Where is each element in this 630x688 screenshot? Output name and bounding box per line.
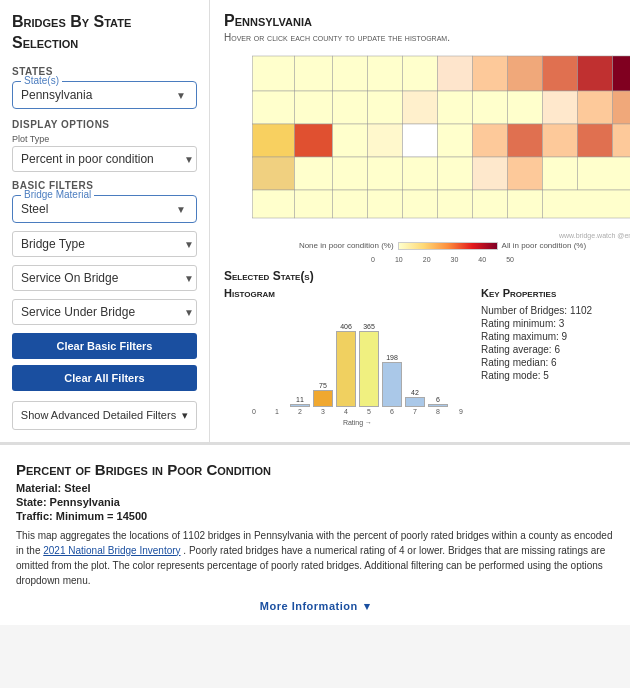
- bar-group-1[interactable]: 1: [267, 323, 287, 415]
- county[interactable]: [403, 124, 438, 157]
- bar-group-7[interactable]: 427: [405, 323, 425, 415]
- bar-rect: [290, 404, 310, 407]
- legend-gradient-bar: [398, 242, 498, 250]
- plot-type-select[interactable]: Percent in poor condition Count in poor …: [21, 152, 188, 166]
- county[interactable]: [368, 56, 403, 91]
- county[interactable]: [508, 124, 543, 157]
- county[interactable]: [333, 124, 368, 157]
- county[interactable]: [578, 56, 613, 91]
- service-on-bridge-wrapper[interactable]: Service On Bridge ▼: [12, 265, 197, 291]
- county[interactable]: [473, 157, 508, 190]
- county[interactable]: [368, 91, 403, 124]
- county[interactable]: [508, 190, 543, 218]
- bridge-type-wrapper[interactable]: Bridge Type ▼: [12, 231, 197, 257]
- pennsylvania-map[interactable]: [224, 51, 630, 226]
- map-legend: None in poor condition (%) All in poor c…: [224, 241, 630, 250]
- county[interactable]: [438, 91, 473, 124]
- bar-rect: [405, 397, 425, 407]
- bar-group-6[interactable]: 1986: [382, 323, 402, 415]
- state-select[interactable]: Pennsylvania Alabama Alaska: [21, 88, 188, 102]
- clear-basic-filters-button[interactable]: Clear Basic Filters: [12, 333, 197, 359]
- service-under-bridge-wrapper[interactable]: Service Under Bridge ▼: [12, 299, 197, 325]
- county[interactable]: [295, 56, 333, 91]
- county[interactable]: [613, 91, 631, 124]
- bar-value-label: 406: [340, 323, 352, 330]
- plot-type-label: Plot Type: [12, 134, 197, 144]
- county[interactable]: [295, 190, 333, 218]
- plot-type-wrapper[interactable]: Percent in poor condition Count in poor …: [12, 146, 197, 172]
- county[interactable]: [333, 91, 368, 124]
- county[interactable]: [543, 91, 578, 124]
- county[interactable]: [253, 190, 295, 218]
- county[interactable]: [438, 190, 473, 218]
- county[interactable]: [403, 157, 438, 190]
- county[interactable]: [438, 124, 473, 157]
- service-under-bridge-select[interactable]: Service Under Bridge: [21, 305, 188, 319]
- county[interactable]: [543, 157, 578, 190]
- county[interactable]: [253, 157, 295, 190]
- bottom-traffic: Traffic: Minimum = 14500: [16, 510, 614, 522]
- histogram-label: Histogram: [224, 287, 471, 299]
- bottom-title: Percent of Bridges in Poor Condition: [16, 461, 614, 478]
- county[interactable]: [543, 56, 578, 91]
- county[interactable]: [403, 56, 438, 91]
- county[interactable]: [473, 190, 508, 218]
- bar-rect: [359, 331, 379, 407]
- county[interactable]: [368, 124, 403, 157]
- key-properties-label: Key Properties: [481, 287, 630, 299]
- county[interactable]: [578, 124, 613, 157]
- county[interactable]: [473, 56, 508, 91]
- county[interactable]: [403, 190, 438, 218]
- nbi-link[interactable]: 2021 National Bridge Inventory: [43, 545, 180, 556]
- county[interactable]: [508, 56, 543, 91]
- county[interactable]: [613, 124, 631, 157]
- bar-value-label: 198: [386, 354, 398, 361]
- bar-rating-label: 6: [390, 408, 394, 415]
- clear-all-filters-button[interactable]: Clear All Filters: [12, 365, 197, 391]
- bar-rect: [313, 390, 333, 407]
- county[interactable]: [368, 157, 403, 190]
- bar-rating-label: 5: [367, 408, 371, 415]
- bottom-description: This map aggregates the locations of 110…: [16, 528, 614, 588]
- county[interactable]: [253, 124, 295, 157]
- county[interactable]: [508, 157, 543, 190]
- county[interactable]: [333, 157, 368, 190]
- bridge-material-select[interactable]: Steel Concrete Wood: [21, 202, 188, 216]
- county[interactable]: [543, 190, 631, 218]
- bar-rect: [382, 362, 402, 407]
- county[interactable]: [578, 91, 613, 124]
- county[interactable]: [295, 157, 333, 190]
- bar-group-8[interactable]: 68: [428, 323, 448, 415]
- bridge-type-select[interactable]: Bridge Type: [21, 237, 188, 251]
- county[interactable]: [473, 91, 508, 124]
- county[interactable]: [295, 91, 333, 124]
- county[interactable]: [438, 157, 473, 190]
- bar-group-3[interactable]: 753: [313, 323, 333, 415]
- state-select-wrapper[interactable]: Pennsylvania Alabama Alaska ▼: [21, 88, 188, 102]
- state-fieldset: State(s) Pennsylvania Alabama Alaska ▼: [12, 81, 197, 109]
- county[interactable]: [253, 91, 295, 124]
- map-container[interactable]: [224, 51, 630, 226]
- more-info-button[interactable]: More Information ▾: [16, 600, 614, 613]
- service-on-bridge-select[interactable]: Service On Bridge: [21, 271, 188, 285]
- bar-group-0[interactable]: 0: [244, 323, 264, 415]
- county[interactable]: [543, 124, 578, 157]
- bridge-material-select-wrapper[interactable]: Steel Concrete Wood ▼: [21, 202, 188, 216]
- county[interactable]: [578, 157, 631, 190]
- county[interactable]: [438, 56, 473, 91]
- bar-group-5[interactable]: 3655: [359, 323, 379, 415]
- bar-group-9[interactable]: 9: [451, 323, 471, 415]
- county[interactable]: [333, 190, 368, 218]
- county[interactable]: [368, 190, 403, 218]
- show-advanced-button[interactable]: Show Advanced Detailed Filters ▾: [12, 401, 197, 430]
- bar-group-4[interactable]: 4064: [336, 323, 356, 415]
- bar-group-2[interactable]: 112: [290, 323, 310, 415]
- county[interactable]: [333, 56, 368, 91]
- county[interactable]: [295, 124, 333, 157]
- county[interactable]: [613, 56, 631, 91]
- bar-rating-label: 9: [459, 408, 463, 415]
- county[interactable]: [403, 91, 438, 124]
- county[interactable]: [508, 91, 543, 124]
- county[interactable]: [253, 56, 295, 91]
- county[interactable]: [473, 124, 508, 157]
